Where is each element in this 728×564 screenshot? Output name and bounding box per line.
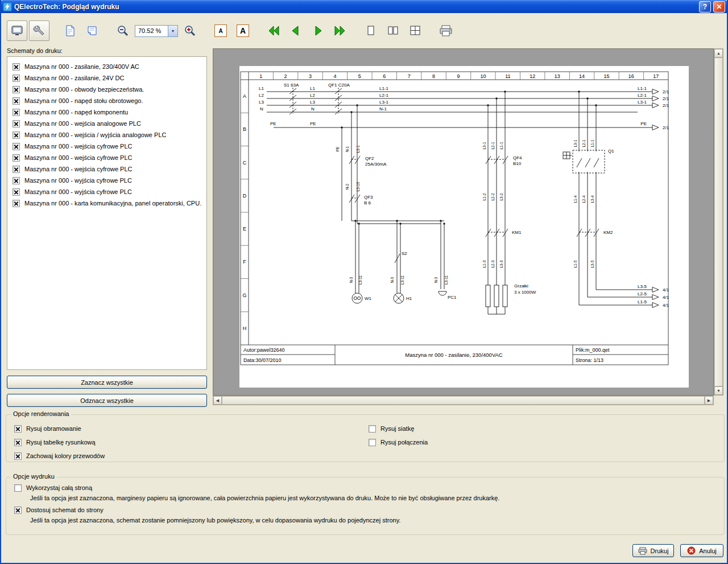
schematic-checkbox[interactable] [13, 97, 20, 105]
schematic-label: KM1 [512, 230, 522, 235]
zoom-value: 70.52 % [135, 26, 168, 36]
facing-pages-view-button[interactable] [383, 20, 403, 41]
schematic-label: L3-1 [379, 100, 389, 105]
schematic-label: N-3 [349, 277, 353, 283]
titleblock-title: Maszyna nr 000 - zasilanie, 230/400VAC [405, 352, 503, 358]
option-row[interactable]: Wykorzystaj całą stroną [14, 482, 716, 493]
single-page-view-button[interactable] [361, 20, 381, 41]
option-row[interactable]: Zachowaj kolory przewodów [14, 450, 105, 462]
render-option-checkbox[interactable] [14, 425, 22, 433]
list-item[interactable]: Maszyna nr 000 - wejścia cyfrowe PLC [13, 163, 206, 175]
render-option-label: Zachowaj kolory przewodów [26, 452, 105, 459]
toolbar: 70.52 % ▼ A A [1, 13, 727, 48]
help-button[interactable]: ? [699, 1, 711, 13]
list-item[interactable]: Maszyna nr 000 - obwody bezpieczeństwa. [13, 84, 206, 95]
option-row[interactable]: Rysuj siatkę [369, 423, 428, 434]
vertical-scrollbar[interactable]: ▲ ▼ [714, 48, 723, 396]
schematic-label: L2-1 [379, 93, 389, 98]
printer-icon [638, 547, 647, 555]
horizontal-scroll-thumb[interactable] [222, 396, 705, 405]
schematic-checkbox[interactable] [13, 177, 20, 184]
print-options-body: Wykorzystaj całą stronąJeśli ta opcja je… [14, 482, 716, 526]
zoom-combobox[interactable]: 70.52 % ▼ [135, 25, 178, 37]
option-row[interactable]: Rysuj połączenia [369, 437, 428, 448]
schematics-heading: Schematy do druku: [7, 47, 63, 54]
horizontal-scrollbar[interactable]: ◀ ▶ [213, 396, 714, 405]
list-item[interactable]: Maszyna nr 000 - napęd stołu obrotowego. [13, 95, 206, 106]
schematic-label: S2 [402, 251, 407, 256]
schematic-label: N-1 [345, 146, 349, 152]
list-item[interactable]: Maszyna nr 000 - wejścia cyfrowe PLC [13, 141, 206, 152]
option-row[interactable]: Rysuj tabelkę rysunkową [14, 437, 105, 448]
schematic-checkbox[interactable] [13, 143, 20, 150]
schematic-label: N [311, 106, 315, 112]
schematic-label: L3-2 [499, 193, 503, 200]
print-option-checkbox[interactable] [14, 484, 22, 492]
chevron-down-icon[interactable]: ▼ [168, 26, 177, 36]
preview-area[interactable]: Autor:pawel32640 Data:30/07/2010 Maszyna… [213, 48, 714, 396]
schematic-checkbox[interactable] [13, 131, 20, 139]
list-item[interactable]: Maszyna nr 000 - wejścia / wyjścia analo… [13, 129, 206, 141]
render-option-checkbox[interactable] [14, 439, 22, 446]
grid-pages-icon [408, 24, 422, 38]
schematic-label: QF3 [364, 195, 373, 200]
scroll-left-button[interactable]: ◀ [213, 396, 222, 405]
previous-page-button[interactable] [286, 20, 306, 41]
fit-width-button[interactable]: A [210, 20, 231, 41]
schematic-checkbox[interactable] [13, 188, 20, 196]
list-item[interactable]: Maszyna nr 000 - wyjścia cyfrowe PLC [13, 186, 206, 197]
list-item[interactable]: Maszyna nr 000 - wejścia analogowe PLC [13, 118, 206, 129]
schematic-checkbox[interactable] [13, 109, 20, 116]
schematic-label: L3-11 [444, 275, 448, 285]
first-page-button[interactable] [263, 20, 284, 41]
list-item[interactable]: Maszyna nr 000 - wyjścia cyfrowe PLC [13, 175, 206, 186]
schematic-label: L1-1 [499, 142, 503, 149]
schematic-checkbox[interactable] [13, 166, 20, 173]
list-item[interactable]: Maszyna nr 000 - karta komunikacyjna, pa… [13, 197, 206, 209]
schematic-checkbox[interactable] [13, 63, 20, 71]
list-item[interactable]: Maszyna nr 000 - napęd komponentu [13, 106, 206, 118]
scroll-up-button[interactable]: ▲ [714, 49, 723, 57]
deselect-all-button[interactable]: Odznacz wszystkie [7, 394, 207, 407]
schematic-label: 3 [309, 73, 312, 79]
close-button[interactable]: ✕ [713, 1, 725, 13]
schematics-list[interactable]: Maszyna nr 000 - zasilanie, 230/400V ACM… [7, 56, 207, 370]
print-preview-button[interactable] [7, 20, 27, 41]
print-button[interactable] [436, 20, 456, 41]
fit-page-button[interactable]: A [233, 20, 253, 41]
next-page-button[interactable] [308, 20, 328, 41]
schematic-label: L1-2 [482, 193, 486, 200]
scroll-down-button[interactable]: ▼ [714, 386, 723, 395]
schematic-checkbox[interactable] [13, 75, 20, 82]
schematic-checkbox[interactable] [13, 86, 20, 93]
select-all-button[interactable]: Zaznacz wszystkie [7, 376, 207, 389]
list-item[interactable]: Maszyna nr 000 - zasilanie, 24V DC [13, 72, 206, 84]
scroll-right-button[interactable]: ▶ [705, 396, 713, 405]
render-option-checkbox[interactable] [369, 425, 376, 433]
schematic-label: 17 [653, 73, 659, 79]
print-option-checkbox[interactable] [14, 507, 22, 514]
schematic-checkbox[interactable] [13, 200, 20, 207]
heater-symbol [503, 285, 507, 307]
page-portrait-button[interactable] [60, 20, 80, 41]
schematic-checkbox[interactable] [13, 120, 20, 127]
vertical-scroll-thumb[interactable] [714, 57, 723, 386]
option-row[interactable]: Rysuj obramowanie [14, 423, 105, 434]
zoom-out-button[interactable] [113, 20, 133, 41]
schematic-item-label: Maszyna nr 000 - wejścia cyfrowe PLC [24, 154, 133, 161]
render-option-checkbox[interactable] [369, 439, 376, 446]
print-dialog-button[interactable]: Drukuj [632, 544, 674, 557]
schematic-label: C [243, 160, 247, 166]
grid-view-button[interactable] [405, 20, 425, 41]
render-option-checkbox[interactable] [14, 452, 22, 460]
option-row[interactable]: Dostosuj schemat do strony [14, 504, 716, 516]
page-landscape-button[interactable] [82, 20, 102, 41]
list-item[interactable]: Maszyna nr 000 - wejścia cyfrowe PLC [13, 152, 206, 163]
list-item[interactable]: Maszyna nr 000 - zasilanie, 230/400V AC [13, 61, 206, 72]
letter-a-large-icon: A [237, 24, 249, 37]
zoom-in-button[interactable] [180, 20, 200, 41]
page-setup-button[interactable] [29, 20, 49, 41]
schematic-checkbox[interactable] [13, 154, 20, 162]
last-page-button[interactable] [330, 20, 350, 41]
cancel-button[interactable]: Anuluj [680, 544, 723, 557]
